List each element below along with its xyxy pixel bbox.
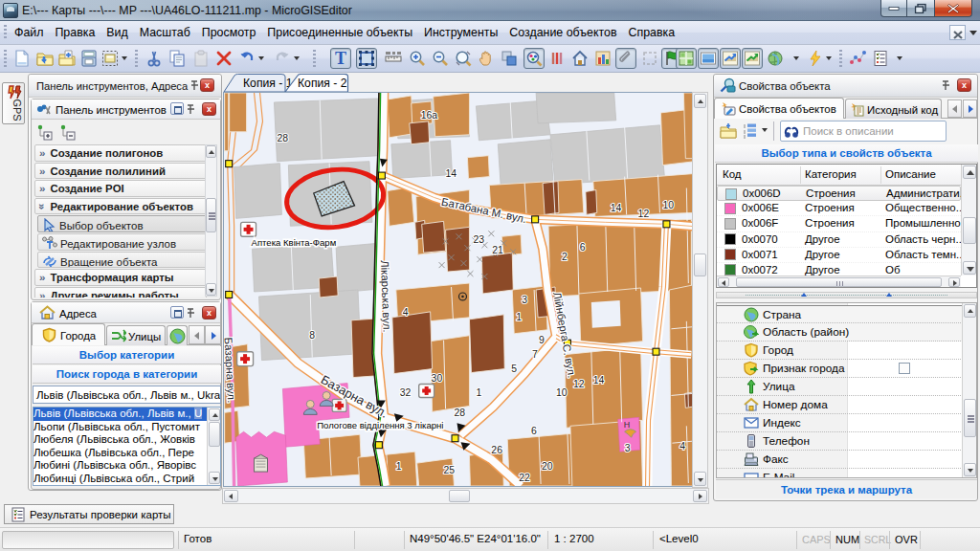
svg-text:Н: Н [624, 420, 630, 430]
svg-text:9: 9 [539, 335, 545, 345]
svg-text:22: 22 [519, 473, 530, 483]
svg-text:8: 8 [309, 330, 315, 341]
svg-text:10: 10 [662, 200, 674, 210]
svg-text:T: T [335, 49, 346, 68]
svg-text:6: 6 [580, 242, 586, 253]
svg-text:16а: 16а [421, 110, 438, 121]
svg-text:25: 25 [444, 465, 456, 475]
svg-text:Аптека Квінта-Фарм: Аптека Квінта-Фарм [252, 237, 337, 248]
svg-text:1: 1 [516, 312, 522, 322]
svg-text:26: 26 [491, 445, 502, 455]
svg-text:4: 4 [403, 307, 409, 318]
svg-text:28: 28 [277, 133, 288, 143]
svg-text:1: 1 [476, 387, 481, 398]
svg-text:Копия - 2: Копия - 2 [298, 77, 347, 90]
svg-text:5: 5 [511, 364, 517, 374]
svg-text:2: 2 [562, 252, 568, 262]
svg-text:21: 21 [492, 245, 503, 255]
svg-text:3: 3 [522, 295, 527, 305]
svg-text:23: 23 [473, 234, 484, 245]
svg-text:14: 14 [446, 168, 457, 179]
svg-text:7: 7 [532, 349, 538, 360]
svg-text:20: 20 [542, 461, 553, 472]
svg-text:Копия - 1: Копия - 1 [243, 77, 293, 90]
svg-text:28: 28 [455, 408, 466, 418]
svg-text:10: 10 [556, 387, 568, 398]
svg-text:4: 4 [679, 441, 685, 452]
svg-text:30: 30 [432, 373, 443, 384]
svg-text:1: 1 [396, 461, 402, 472]
svg-text:12: 12 [638, 209, 650, 219]
svg-text:14: 14 [593, 375, 605, 386]
svg-text:14: 14 [611, 203, 622, 213]
svg-text:32: 32 [400, 387, 412, 398]
svg-text:3: 3 [625, 443, 631, 453]
svg-text:12: 12 [573, 379, 585, 389]
svg-text:6: 6 [531, 426, 537, 436]
svg-text:Пологове відділення 3 лікарні: Пологове відділення 3 лікарні [317, 420, 443, 430]
